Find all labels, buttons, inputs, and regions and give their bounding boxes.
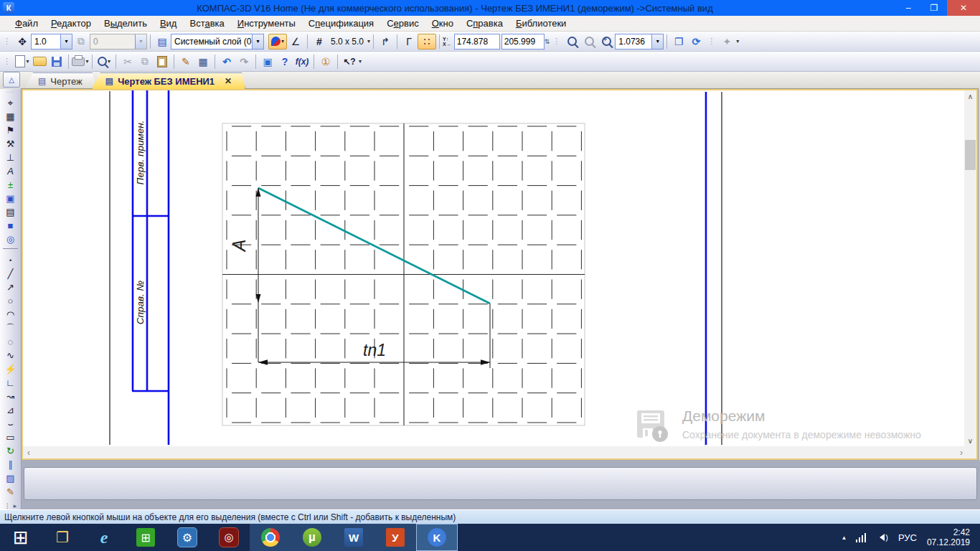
tool-circle[interactable]: ○ (0, 294, 21, 308)
ortho-icon[interactable]: Γ (400, 34, 418, 50)
tool-parallel[interactable]: ∥ (0, 458, 21, 471)
clock[interactable]: 2:42 07.12.2019 (927, 527, 970, 547)
tool-separator[interactable] (3, 248, 18, 253)
toolbar-grip[interactable]: ⋮ (3, 57, 11, 66)
menu-item-service[interactable]: Сервис (380, 18, 425, 29)
zoom-pan-icon[interactable] (580, 34, 598, 50)
taskbar-app-power[interactable]: ◎ (208, 524, 250, 551)
scroll-left-icon[interactable]: ‹ (23, 446, 34, 458)
taskbar-app-u-editor[interactable]: У (374, 524, 416, 551)
drawing-area[interactable]: А tn1 Перв. примен. Справ. № Деморежим С… (22, 89, 978, 460)
network-icon[interactable] (856, 533, 867, 542)
tool-contour[interactable]: ◎ (0, 232, 21, 246)
coord-x-field[interactable]: 174.878 (454, 34, 500, 50)
menu-item-help[interactable]: Справка (460, 18, 509, 29)
tool-segment[interactable]: ╱ (0, 267, 21, 281)
geometry-panel-button[interactable]: △ (3, 72, 20, 88)
tool-step-line[interactable]: ∟ (0, 376, 21, 390)
scroll-down-icon[interactable]: ∨ (964, 435, 976, 446)
tool-hatch[interactable]: ▨ (0, 471, 21, 485)
tool-select[interactable]: ⌖ (0, 96, 21, 110)
spinner-icon[interactable]: ⇅ (545, 38, 550, 45)
overflow-chevron-icon[interactable]: ▾ (736, 38, 739, 44)
chevron-down-icon[interactable]: ▾ (367, 38, 370, 44)
tool-brush[interactable]: ✎ (0, 485, 21, 499)
tool-chamfer[interactable]: ⊿ (0, 403, 21, 417)
parameters-icon[interactable]: ① (317, 54, 334, 70)
tool-sheet[interactable]: ▤ (0, 205, 21, 219)
new-document-button[interactable]: ▾ (14, 54, 31, 70)
chevron-down-icon[interactable]: ▾ (60, 34, 72, 49)
taskbar-app-word[interactable]: W (333, 524, 374, 551)
menu-item-select[interactable]: Выделить (98, 18, 154, 29)
local-axes-icon[interactable]: ↱ (377, 34, 394, 50)
tool-frame[interactable]: ▣ (0, 192, 21, 205)
close-button[interactable]: ✕ (947, 0, 980, 16)
object-properties-icon[interactable]: ▦ (194, 54, 212, 70)
taskbar-app-utorrent[interactable]: µ (291, 524, 333, 551)
tab-chertezh-bez-imeni1[interactable]: ▤ Чертеж БЕЗ ИМЕНИ1 ✕ (92, 72, 245, 89)
open-button[interactable] (31, 54, 48, 70)
toolbar-grip[interactable]: ⋮ (3, 37, 11, 46)
tab-close-icon[interactable]: ✕ (225, 76, 232, 86)
variables-fx-button[interactable]: f(x) (293, 54, 311, 70)
undo-icon[interactable]: ↶ (218, 54, 235, 70)
chevron-down-icon[interactable]: ▾ (651, 34, 663, 49)
tool-panel[interactable]: ■ (0, 219, 21, 232)
tool-rotate-copy[interactable]: ↻ (0, 444, 21, 458)
vertical-scroll-thumb[interactable] (965, 140, 976, 170)
dim-label-a[interactable]: А (229, 240, 249, 253)
tool-point-style[interactable]: ⚑ (0, 123, 21, 137)
tool-letter-a[interactable]: A (0, 164, 21, 178)
tool-arc[interactable]: ◠ (0, 308, 21, 321)
angle-snap-icon[interactable]: ∠ (287, 34, 304, 50)
tool-arc-2[interactable]: ⌒ (0, 321, 21, 335)
vertical-scrollbar[interactable]: ∧ ∨ (964, 90, 976, 446)
zoom-in-icon[interactable]: + (598, 34, 615, 50)
zoom-combo[interactable]: 1.0736▾ (615, 34, 664, 50)
refresh-icon[interactable]: ⟳ (687, 34, 705, 50)
minimize-button[interactable]: – (895, 0, 921, 16)
tool-ellipse[interactable]: ◌ (0, 335, 21, 349)
layer-combo[interactable]: Системный слой (0)▾ (171, 34, 264, 50)
layers-icon[interactable]: ▤ (154, 34, 171, 50)
coord-y-field[interactable]: 205.999 (501, 34, 545, 50)
paste-button[interactable] (154, 54, 171, 70)
taskbar-app-kompas[interactable]: K (416, 524, 458, 551)
tool-plus-minus[interactable]: ± (0, 178, 21, 192)
tool-rectangle[interactable]: ▭ (0, 430, 21, 444)
menu-item-specification[interactable]: Спецификация (302, 18, 380, 29)
tool-grid[interactable]: ▦ (0, 110, 21, 123)
zoom-window-icon[interactable] (563, 34, 580, 50)
menu-item-tools[interactable]: Инструменты (231, 18, 302, 29)
tab-chertezh[interactable]: ▤ Чертеж (24, 72, 96, 89)
menu-item-editor[interactable]: Редактор (44, 18, 98, 29)
print-preview-button[interactable]: ▾ (95, 54, 113, 70)
context-help-icon[interactable]: ↖? (341, 54, 358, 70)
menu-item-file[interactable]: Файл (9, 18, 44, 29)
help-topics-icon[interactable]: ? (276, 54, 293, 70)
menu-item-window[interactable]: Окно (425, 18, 460, 29)
tool-spline[interactable]: ∿ (0, 349, 21, 362)
dim-label-tn1[interactable]: tn1 (363, 341, 386, 359)
property-bar[interactable] (24, 467, 977, 500)
tool-curve[interactable]: ↝ (0, 390, 21, 403)
pan-origin-icon[interactable]: ✥ (14, 34, 31, 50)
tool-point[interactable]: • (0, 253, 21, 267)
drawing-canvas[interactable]: А tn1 (23, 90, 964, 445)
show-all-icon[interactable]: ▣ (259, 54, 276, 70)
grid-icon[interactable]: # (311, 34, 328, 50)
tool-hammer[interactable]: ⚒ (0, 137, 21, 151)
print-button[interactable]: ▾ (72, 54, 89, 70)
scale-combo[interactable]: 1.0▾ (31, 34, 72, 50)
volume-icon[interactable]: ) (876, 533, 888, 542)
tray-chevron-icon[interactable]: ▴ (842, 534, 846, 541)
snap-pen-button[interactable]: ▾ (268, 34, 287, 50)
copy-properties-icon[interactable]: ✎ (177, 54, 194, 70)
toolbar-grip[interactable]: ⋮ (707, 37, 715, 46)
chevron-down-icon[interactable]: ▾ (252, 34, 263, 49)
tool-bezier[interactable]: ⚡ (0, 362, 21, 376)
taskbar-app-store[interactable]: ⊞ (125, 524, 166, 551)
menu-item-insert[interactable]: Вставка (183, 18, 230, 29)
scroll-up-icon[interactable]: ∧ (964, 90, 976, 102)
